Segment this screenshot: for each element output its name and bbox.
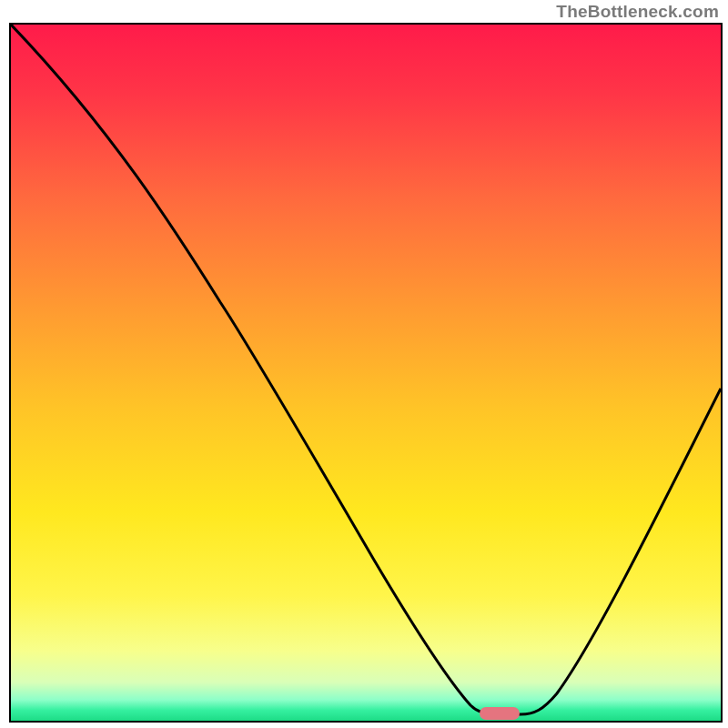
chart-frame bbox=[9, 23, 723, 723]
bottleneck-curve bbox=[11, 25, 721, 721]
watermark-text: TheBottleneck.com bbox=[556, 2, 719, 22]
optimal-marker bbox=[480, 707, 520, 720]
